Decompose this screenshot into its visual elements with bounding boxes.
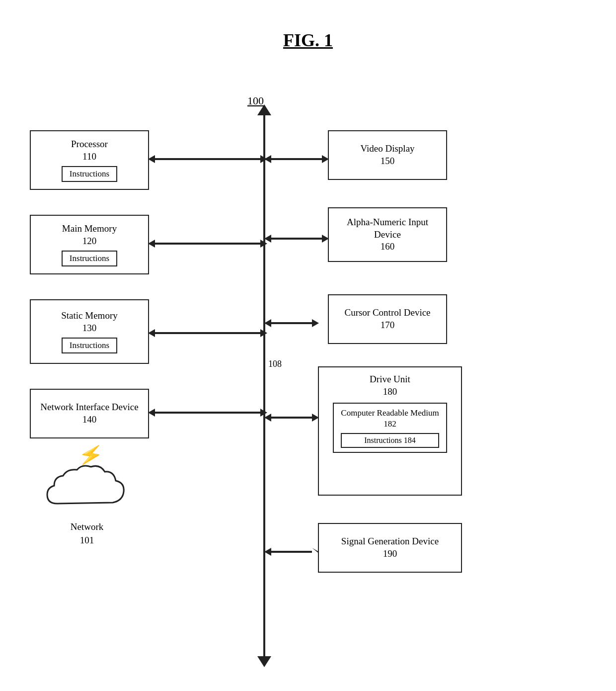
svg-marker-6 xyxy=(148,329,155,337)
arrow-cursor-control xyxy=(264,318,319,328)
svg-marker-0 xyxy=(148,155,155,163)
svg-rect-2 xyxy=(155,158,260,160)
page-title: FIG. 1 xyxy=(0,0,616,71)
arrow-network-interface xyxy=(148,408,267,418)
svg-rect-26 xyxy=(271,551,312,553)
processor-box: Processor110 Instructions xyxy=(30,130,149,190)
processor-title: Processor110 xyxy=(71,138,108,163)
video-display-box: Video Display150 xyxy=(328,130,447,180)
network-cloud-container: Network101 xyxy=(25,458,149,548)
instructions-184: Instructions 184 xyxy=(341,433,439,448)
network-interface-title: Network Interface Device140 xyxy=(40,401,138,426)
diagram-container: 100 108 Processor110 Instructions Main M… xyxy=(0,81,616,677)
alphanumeric-title: Alpha-Numeric Input Device160 xyxy=(334,216,441,253)
cursor-control-title: Cursor Control Device170 xyxy=(344,307,430,331)
svg-marker-24 xyxy=(264,548,271,556)
crm-box: Computer Readable Medium182 Instructions… xyxy=(333,403,447,452)
arrow-processor xyxy=(148,154,267,164)
svg-marker-19 xyxy=(312,319,319,327)
cursor-control-box: Cursor Control Device170 xyxy=(328,294,447,344)
svg-rect-14 xyxy=(271,158,322,160)
bus-arrow-top xyxy=(257,104,271,115)
svg-marker-22 xyxy=(312,414,319,422)
svg-marker-13 xyxy=(322,155,329,163)
svg-marker-7 xyxy=(260,329,267,337)
arrow-alphanumeric xyxy=(264,234,329,244)
main-memory-title: Main Memory120 xyxy=(62,223,117,247)
svg-rect-20 xyxy=(271,322,312,324)
alphanumeric-box: Alpha-Numeric Input Device160 xyxy=(328,207,447,262)
static-memory-title: Static Memory130 xyxy=(61,310,117,334)
signal-gen-box: Signal Generation Device190 xyxy=(318,523,462,573)
svg-marker-21 xyxy=(264,414,271,422)
processor-instructions: Instructions xyxy=(62,166,117,182)
signal-gen-title: Signal Generation Device190 xyxy=(341,535,439,560)
arrow-main-memory xyxy=(148,239,267,249)
arrow-static-memory xyxy=(148,328,267,338)
svg-marker-3 xyxy=(148,240,155,248)
svg-marker-18 xyxy=(264,319,271,327)
video-display-title: Video Display150 xyxy=(360,143,414,167)
arrow-signal-gen xyxy=(264,547,319,557)
svg-marker-9 xyxy=(148,409,155,417)
drive-unit-box: Drive Unit180 Computer Readable Medium18… xyxy=(318,366,462,496)
svg-rect-11 xyxy=(155,412,260,414)
main-memory-box: Main Memory120 Instructions xyxy=(30,215,149,274)
lightning-icon: ⚡ xyxy=(77,441,105,469)
network-cloud-svg xyxy=(37,459,137,518)
static-memory-box: Static Memory130 Instructions xyxy=(30,299,149,364)
static-memory-instructions: Instructions xyxy=(62,338,117,353)
svg-marker-16 xyxy=(322,235,329,243)
svg-marker-15 xyxy=(264,235,271,243)
svg-marker-12 xyxy=(264,155,271,163)
drive-unit-title: Drive Unit180 xyxy=(370,373,410,398)
network-interface-box: Network Interface Device140 xyxy=(30,389,149,438)
main-memory-instructions: Instructions xyxy=(62,251,117,266)
svg-rect-23 xyxy=(271,417,312,419)
bus-side-label: 108 xyxy=(268,359,282,369)
network-label: Network101 xyxy=(71,520,103,547)
bus-line xyxy=(263,110,265,657)
bus-arrow-bottom xyxy=(257,656,271,667)
crm-title: Computer Readable Medium182 xyxy=(341,408,439,430)
arrow-drive-unit xyxy=(264,413,319,423)
svg-marker-25 xyxy=(312,548,319,556)
arrow-video-display xyxy=(264,154,329,164)
svg-rect-5 xyxy=(155,243,260,245)
svg-rect-17 xyxy=(271,238,322,240)
svg-rect-8 xyxy=(155,332,260,334)
